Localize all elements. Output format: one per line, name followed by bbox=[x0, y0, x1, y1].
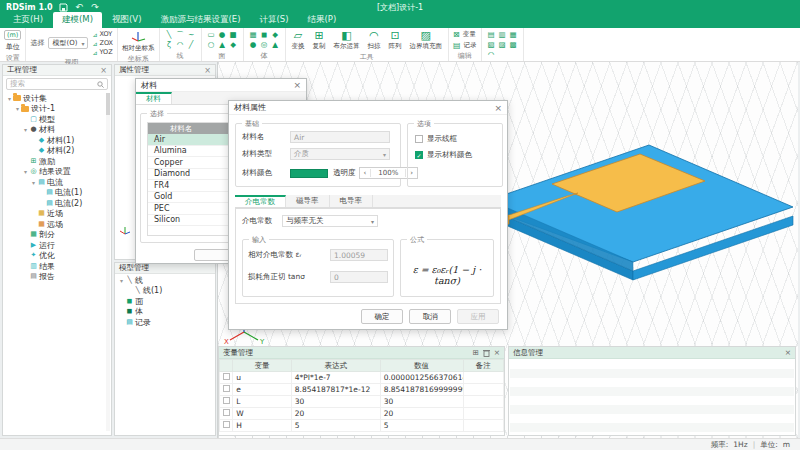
align-tool-icon[interactable]: ▦ bbox=[510, 31, 517, 39]
line-tool-icon[interactable]: ◠ bbox=[177, 41, 184, 49]
close-icon[interactable]: × bbox=[293, 80, 301, 90]
view-plane-button[interactable]: ⊿YOZ bbox=[92, 48, 113, 56]
align-tool-icon[interactable]: ▧ bbox=[488, 41, 495, 49]
tree-item-solids-group[interactable]: ◼体 bbox=[115, 307, 215, 318]
tool-button[interactable]: ◠扫掠 bbox=[366, 30, 383, 51]
search-input[interactable]: 搜索 bbox=[6, 78, 108, 90]
tree-item-lines-group[interactable]: ▾╲线 bbox=[115, 275, 215, 286]
variable-checkbox[interactable] bbox=[223, 385, 230, 392]
face-tool-icon[interactable]: ■ bbox=[230, 31, 237, 39]
face-tool-icon[interactable]: ◆ bbox=[230, 41, 236, 49]
save-icon[interactable] bbox=[58, 2, 69, 12]
face-tool-icon[interactable]: ● bbox=[219, 31, 226, 39]
property-tab[interactable]: 介电常数 bbox=[235, 195, 286, 207]
variable-row[interactable]: e8.854187817*1e-128.8541878169999999e-..… bbox=[220, 384, 504, 396]
close-icon[interactable]: × bbox=[100, 66, 107, 75]
solid-tool-icon[interactable]: ◼ bbox=[261, 31, 267, 39]
tree-item-excitation[interactable]: ⊞激励 bbox=[3, 156, 111, 167]
tree-item-result-settings[interactable]: ▾◎结果设置 bbox=[3, 167, 111, 178]
tree-item-far-field[interactable]: ▦远场 bbox=[3, 219, 111, 230]
tree-item-near-field[interactable]: ▦近场 bbox=[3, 209, 111, 220]
tree-item-model[interactable]: ▢模型 bbox=[3, 114, 111, 125]
property-tab[interactable]: 磁导率 bbox=[286, 195, 330, 207]
line-tool-icon[interactable]: ⌒ bbox=[176, 31, 184, 39]
tree-item-run[interactable]: ▶运行 bbox=[3, 240, 111, 251]
solid-tool-icon[interactable]: ◆ bbox=[272, 31, 278, 39]
tree-item-mesh[interactable]: ▦剖分 bbox=[3, 230, 111, 241]
solid-tool-icon[interactable]: ● bbox=[250, 41, 257, 49]
relative-cs-button[interactable]: 相对坐标系 bbox=[122, 30, 155, 53]
solid-tool-icon[interactable]: ◎ bbox=[261, 41, 268, 49]
close-icon[interactable]: × bbox=[204, 66, 211, 75]
ok-button[interactable]: 确定 bbox=[361, 309, 403, 324]
tree-expander-icon[interactable]: ▾ bbox=[6, 95, 13, 102]
tree-item-current-1[interactable]: ▤电流(1) bbox=[3, 188, 111, 199]
tree-expander-icon[interactable]: ▾ bbox=[118, 277, 125, 284]
tree-expander-icon[interactable]: ▾ bbox=[22, 168, 29, 175]
close-icon[interactable]: × bbox=[494, 348, 500, 357]
tree-expander-icon[interactable]: ▾ bbox=[30, 179, 37, 186]
delete-variable-icon[interactable] bbox=[483, 349, 490, 357]
align-tool-icon[interactable]: ▩ bbox=[510, 41, 517, 49]
show-material-color-checkbox[interactable]: ✓ bbox=[415, 151, 423, 159]
tree-expander-icon[interactable]: ▾ bbox=[22, 126, 29, 133]
line-tool-icon[interactable]: ~ bbox=[188, 31, 194, 39]
close-icon[interactable]: × bbox=[785, 348, 791, 357]
tree-item-optimize[interactable]: ✦优化 bbox=[3, 251, 111, 262]
tool-button[interactable]: ⊡阵列 bbox=[387, 30, 404, 51]
material-dialog-button[interactable] bbox=[194, 249, 230, 261]
variable-row[interactable]: H55 bbox=[220, 420, 504, 432]
line-tool-icon[interactable]: ╲ bbox=[167, 31, 172, 39]
view-plane-button[interactable]: ⊿XOY bbox=[92, 30, 113, 38]
cancel-button[interactable]: 取消 bbox=[409, 309, 451, 324]
tree-expander-icon[interactable]: ▾ bbox=[14, 105, 21, 112]
stepper-left-icon[interactable]: ‹ bbox=[360, 169, 371, 177]
close-icon[interactable]: × bbox=[494, 103, 502, 113]
variable-checkbox[interactable] bbox=[223, 409, 230, 416]
tree-item-faces-group[interactable]: ◼面 bbox=[115, 296, 215, 307]
menu-tab[interactable]: 计算(S) bbox=[250, 12, 297, 28]
variable-checkbox[interactable] bbox=[223, 373, 230, 380]
menu-tab[interactable]: 建模(M) bbox=[53, 12, 102, 28]
tree-item-records[interactable]: ▤记录 bbox=[115, 317, 215, 328]
menu-tab[interactable]: 激励源与结果设置(E) bbox=[151, 12, 249, 28]
align-tool-icon[interactable]: ▨ bbox=[499, 41, 506, 49]
tree-item-design-set[interactable]: ▾设计集 bbox=[3, 93, 111, 104]
solid-tool-icon[interactable]: ▦ bbox=[250, 31, 257, 39]
material-color-swatch[interactable] bbox=[290, 169, 328, 178]
edit-button[interactable]: ⊠变量 bbox=[453, 30, 477, 39]
tree-item-current[interactable]: ▾▤电流 bbox=[3, 177, 111, 188]
material-tab[interactable]: 材料 bbox=[136, 92, 172, 104]
solid-tool-icon[interactable]: ▲ bbox=[272, 41, 278, 49]
face-tool-icon[interactable]: ▲ bbox=[219, 41, 225, 49]
variable-checkbox[interactable] bbox=[223, 421, 230, 428]
tree-item-results[interactable]: ▥结果 bbox=[3, 261, 111, 272]
align-tool-icon[interactable]: ◠ bbox=[488, 51, 495, 59]
align-tool-icon[interactable]: ▤ bbox=[488, 31, 495, 39]
tree-item-material-2[interactable]: ◆材料(2) bbox=[3, 146, 111, 157]
add-variable-icon[interactable]: ⊞ bbox=[472, 348, 478, 357]
redo-icon[interactable]: ↷ bbox=[90, 2, 101, 12]
line-tool-icon[interactable]: ζ bbox=[167, 41, 171, 49]
wireframe-checkbox[interactable] bbox=[415, 135, 423, 143]
frequency-dependence-dropdown[interactable]: 与频率无关 ▾ bbox=[282, 215, 378, 227]
tree-item-design-1[interactable]: ▾设计-1 bbox=[3, 104, 111, 115]
variable-row[interactable]: L3030 bbox=[220, 396, 504, 408]
tool-button[interactable]: ▱变换 bbox=[290, 30, 307, 51]
project-scrollbar[interactable] bbox=[106, 93, 110, 431]
tree-item-report[interactable]: ▤报告 bbox=[3, 272, 111, 283]
menu-tab[interactable]: 主页(H) bbox=[4, 12, 52, 28]
undo-icon[interactable]: ↶ bbox=[74, 2, 85, 12]
tree-item-materials[interactable]: ▾●材料 bbox=[3, 125, 111, 136]
tree-item-material-1[interactable]: ◆材料(1) bbox=[3, 135, 111, 146]
align-tool-icon[interactable]: ▥ bbox=[499, 31, 506, 39]
tool-button[interactable]: ◧布尔运算 bbox=[332, 30, 362, 51]
variable-row[interactable]: u4*PI*1e-70.00000125663706143... bbox=[220, 372, 504, 384]
variable-checkbox[interactable] bbox=[223, 397, 230, 404]
tool-button[interactable]: ⊞复制 bbox=[311, 30, 328, 51]
unit-button[interactable]: 单位 bbox=[6, 42, 20, 52]
unit-icon[interactable]: (m) bbox=[4, 30, 21, 40]
menu-tab[interactable]: 结果(P) bbox=[299, 12, 346, 28]
tool-button[interactable]: ▨边界填充面 bbox=[408, 30, 445, 51]
tree-item-line-1[interactable]: ╲线(1) bbox=[115, 286, 215, 297]
